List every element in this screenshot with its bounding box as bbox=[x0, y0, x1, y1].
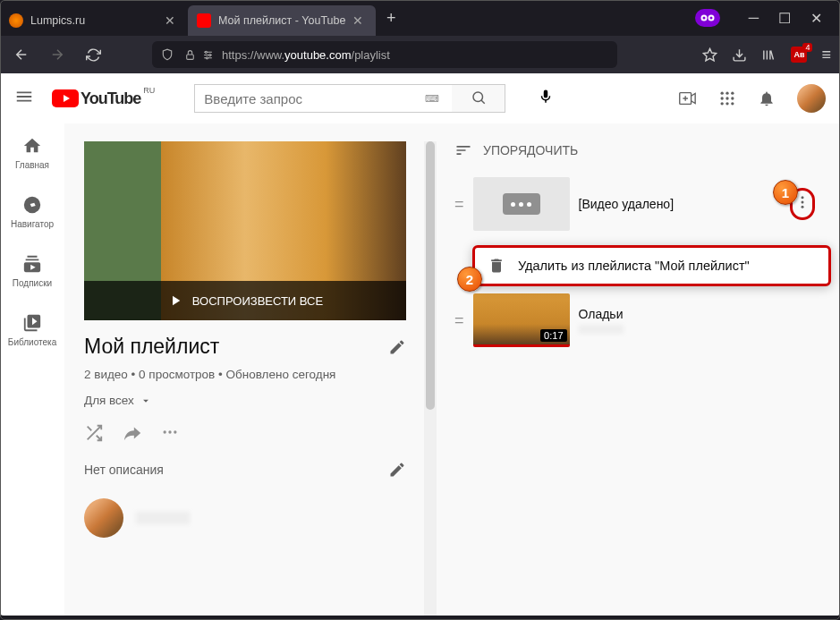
youtube-body: Главная Навигатор Подписки Библиотека bbox=[0, 123, 840, 616]
callout-1: 1 bbox=[773, 180, 798, 205]
toolbar-right: Ав 4 ≡ bbox=[702, 46, 831, 64]
forward-button[interactable] bbox=[45, 42, 70, 67]
incognito-icon bbox=[695, 9, 720, 27]
playlist-title: Мой плейлист bbox=[84, 335, 388, 359]
video-row-deleted[interactable]: = [Видео удалено] bbox=[454, 172, 815, 236]
trash-icon bbox=[488, 257, 505, 275]
favicon-lumpics bbox=[9, 13, 23, 28]
browser-titlebar: Lumpics.ru ✕ Мой плейлист - YouTube ✕ + … bbox=[0, 0, 840, 36]
youtube-logo[interactable]: YouTube RU bbox=[52, 89, 140, 108]
scrollbar-thumb[interactable] bbox=[426, 141, 435, 410]
apps-icon[interactable] bbox=[718, 89, 736, 107]
sort-label: УПОРЯДОЧИТЬ bbox=[483, 143, 578, 157]
svg-point-30 bbox=[802, 196, 804, 199]
address-bar[interactable]: https://www.youtube.com/playlist bbox=[152, 41, 617, 68]
youtube-header: YouTube RU ⌨ bbox=[0, 73, 840, 123]
sidebar-item-explore[interactable]: Навигатор bbox=[0, 183, 64, 242]
search-button[interactable] bbox=[452, 84, 505, 113]
more-icon[interactable] bbox=[161, 423, 179, 441]
reload-button[interactable] bbox=[81, 42, 106, 67]
shuffle-icon[interactable] bbox=[84, 423, 104, 443]
search-input[interactable] bbox=[194, 84, 454, 113]
main-content: ВОСПРОИЗВЕСТИ ВСЕ Мой плейлист 2 видео •… bbox=[64, 123, 840, 616]
create-icon[interactable] bbox=[677, 89, 697, 108]
svg-point-19 bbox=[731, 92, 734, 95]
bookmark-icon[interactable] bbox=[702, 47, 717, 63]
svg-point-17 bbox=[721, 92, 724, 95]
playlist-visibility[interactable]: Для всех bbox=[84, 394, 406, 407]
svg-marker-11 bbox=[704, 48, 717, 60]
window-controls: ─ ☐ ✕ bbox=[695, 9, 840, 27]
bell-icon[interactable] bbox=[758, 89, 776, 107]
edit-description-icon[interactable] bbox=[388, 461, 406, 479]
shield-icon bbox=[161, 48, 174, 61]
avatar[interactable] bbox=[797, 84, 826, 113]
extension-icon[interactable]: Ав 4 bbox=[791, 47, 807, 63]
playlist-thumbnail[interactable]: ВОСПРОИЗВЕСТИ ВСЕ bbox=[84, 141, 406, 320]
youtube-page: YouTube RU ⌨ Главная bbox=[0, 73, 840, 616]
url-domain: youtube.com bbox=[284, 48, 351, 62]
share-icon[interactable] bbox=[122, 423, 143, 443]
playlist-info-column: ВОСПРОИЗВЕСТИ ВСЕ Мой плейлист 2 видео •… bbox=[84, 141, 406, 616]
sidebar-label: Главная bbox=[15, 160, 49, 170]
library-icon[interactable] bbox=[761, 47, 776, 63]
edit-title-icon[interactable] bbox=[388, 338, 406, 356]
sidebar-item-subscriptions[interactable]: Подписки bbox=[0, 242, 64, 301]
new-tab-button[interactable]: + bbox=[376, 9, 407, 28]
svg-point-32 bbox=[802, 206, 804, 208]
drag-handle-icon[interactable]: = bbox=[454, 311, 464, 330]
scrollbar[interactable] bbox=[424, 141, 437, 616]
play-all-button[interactable]: ВОСПРОИЗВЕСТИ ВСЕ bbox=[84, 281, 406, 320]
lock-icon bbox=[184, 49, 196, 61]
playlist-owner[interactable] bbox=[84, 498, 406, 538]
chevron-down-icon bbox=[140, 395, 152, 407]
svg-point-20 bbox=[721, 97, 724, 99]
video-row[interactable]: = 0:17 Оладьи bbox=[454, 288, 815, 352]
minimize-button[interactable]: ─ bbox=[749, 10, 759, 26]
video-list-column: УПОРЯДОЧИТЬ = [Видео удалено] bbox=[454, 141, 840, 616]
close-button[interactable]: ✕ bbox=[810, 10, 822, 27]
hamburger-icon[interactable] bbox=[14, 87, 34, 110]
keyboard-icon[interactable]: ⌨ bbox=[425, 84, 452, 113]
svg-point-28 bbox=[168, 430, 171, 433]
svg-point-25 bbox=[731, 102, 734, 105]
svg-line-13 bbox=[481, 100, 485, 104]
header-right bbox=[677, 84, 826, 113]
close-icon[interactable]: ✕ bbox=[349, 13, 367, 28]
download-icon[interactable] bbox=[732, 47, 747, 63]
owner-avatar bbox=[84, 498, 123, 538]
sidebar-label: Библиотека bbox=[8, 337, 56, 347]
svg-point-24 bbox=[725, 102, 728, 105]
maximize-button[interactable]: ☐ bbox=[778, 10, 791, 27]
menu-icon[interactable]: ≡ bbox=[821, 46, 831, 64]
svg-point-29 bbox=[174, 430, 176, 433]
callout-2: 2 bbox=[457, 267, 482, 292]
browser-tab-active[interactable]: Мой плейлист - YouTube ✕ bbox=[188, 5, 376, 36]
popup-label[interactable]: Удалить из плейлиста "Мой плейлист" bbox=[518, 259, 750, 273]
back-button[interactable] bbox=[9, 42, 34, 67]
sidebar-label: Навигатор bbox=[11, 219, 54, 229]
sidebar: Главная Навигатор Подписки Библиотека bbox=[0, 123, 64, 616]
svg-point-21 bbox=[725, 97, 728, 99]
logo-text: YouTube bbox=[81, 89, 140, 108]
video-title: Оладьи bbox=[579, 307, 815, 321]
browser-toolbar: https://www.youtube.com/playlist Ав 4 ≡ bbox=[0, 36, 840, 73]
no-description-label: Нет описания bbox=[84, 463, 388, 477]
sidebar-item-home[interactable]: Главная bbox=[0, 123, 64, 183]
drag-handle-icon[interactable]: = bbox=[454, 195, 464, 214]
video-duration: 0:17 bbox=[540, 329, 566, 342]
youtube-play-icon bbox=[52, 89, 79, 107]
svg-point-31 bbox=[802, 201, 804, 204]
sort-icon bbox=[454, 141, 472, 159]
sidebar-label: Подписки bbox=[13, 278, 52, 288]
sort-button[interactable]: УПОРЯДОЧИТЬ bbox=[454, 141, 815, 159]
sidebar-item-library[interactable]: Библиотека bbox=[0, 301, 64, 360]
browser-tab-inactive[interactable]: Lumpics.ru ✕ bbox=[0, 5, 188, 36]
mic-icon[interactable] bbox=[538, 89, 554, 108]
svg-point-3 bbox=[709, 17, 712, 20]
playlist-meta: 2 видео • 0 просмотров • Обновлено сегод… bbox=[84, 368, 406, 381]
playlist-actions bbox=[84, 423, 406, 443]
close-icon[interactable]: ✕ bbox=[161, 13, 179, 28]
svg-point-9 bbox=[209, 54, 211, 55]
owner-name bbox=[136, 512, 190, 524]
